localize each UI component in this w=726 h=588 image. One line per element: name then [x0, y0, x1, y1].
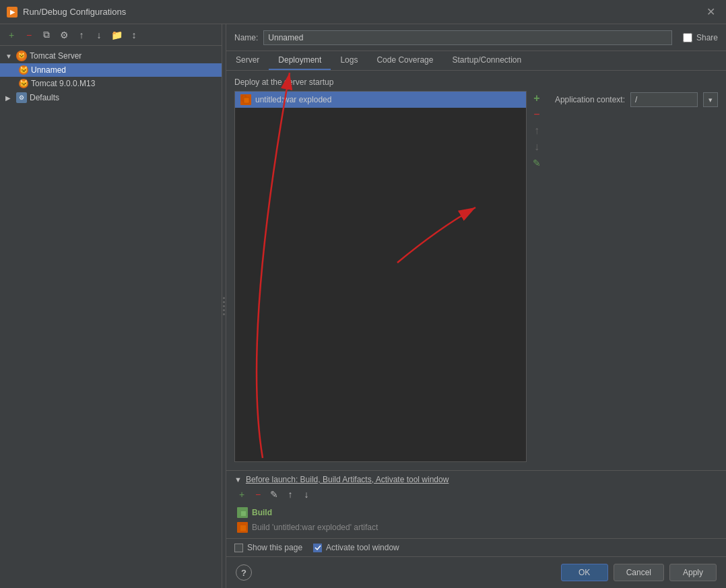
artifact-icon	[237, 522, 248, 533]
resize-dot	[223, 297, 225, 299]
tab-logs[interactable]: Logs	[331, 51, 367, 70]
sidebar-item-unnamed[interactable]: 🐱 Unnamed	[0, 63, 222, 77]
deploy-remove-button[interactable]: −	[529, 107, 544, 122]
deploy-body: untitled:war exploded + − ↑ ↓ ✎	[226, 91, 726, 470]
tomcat-version-icon: 🐱	[19, 79, 28, 88]
activate-tool-window-checkbox[interactable]	[313, 544, 322, 552]
before-launch-item-artifact[interactable]: Build 'untitled:war exploded' artifact	[234, 521, 718, 534]
activate-tool-window-row: Activate tool window	[313, 543, 399, 552]
app-context-row: Application context: ▾	[555, 91, 718, 107]
before-launch-edit[interactable]: ✎	[267, 487, 282, 502]
cancel-button[interactable]: Cancel	[614, 564, 664, 581]
defaults-arrow: ▶	[5, 94, 13, 102]
deploy-list-area: untitled:war exploded	[234, 91, 527, 462]
footer-right: OK Cancel Apply	[561, 564, 717, 581]
deployment-section: Deploy at the server startup	[226, 71, 726, 470]
deploy-side-buttons: + − ↑ ↓ ✎	[527, 91, 544, 462]
apply-button[interactable]: Apply	[669, 564, 717, 581]
war-icon	[240, 94, 251, 105]
svg-rect-1	[244, 98, 249, 103]
dialog-footer: ? OK Cancel Apply	[226, 556, 726, 588]
activate-tool-window-label: Activate tool window	[326, 543, 399, 552]
deploy-up-button[interactable]: ↑	[529, 123, 544, 138]
svg-rect-5	[240, 525, 246, 531]
deploy-item-untitled-war[interactable]: untitled:war exploded	[235, 92, 526, 108]
deploy-edit-button[interactable]: ✎	[529, 156, 544, 170]
title-bar-left: ▶ Run/Debug Configurations	[7, 7, 126, 18]
tab-code-coverage[interactable]: Code Coverage	[367, 51, 442, 70]
app-context-input[interactable]	[630, 92, 698, 107]
show-page-label: Show this page	[247, 543, 302, 552]
remove-config-button[interactable]: −	[22, 28, 36, 42]
svg-rect-3	[241, 511, 246, 516]
resize-dot	[223, 301, 225, 303]
sidebar: + − ⧉ ⚙ ↑ ↓ 📁 ↕ ▼ 🐱 Tomcat Server 🐱 Unna…	[0, 24, 222, 588]
help-button[interactable]: ?	[236, 564, 252, 581]
app-context-label: Application context:	[555, 95, 625, 104]
tabs-bar: Server Deployment Logs Code Coverage Sta…	[226, 51, 726, 71]
sidebar-item-defaults[interactable]: ▶ ⚙ Defaults	[0, 90, 222, 105]
main-content: + − ⧉ ⚙ ↑ ↓ 📁 ↕ ▼ 🐱 Tomcat Server 🐱 Unna…	[0, 24, 726, 588]
build-artifact-label: Build 'untitled:war exploded' artifact	[252, 523, 378, 532]
before-launch-list: Build Build 'untitled:war exploded' arti…	[234, 506, 718, 534]
folder-button[interactable]: 📁	[109, 28, 124, 42]
tab-startup-connection[interactable]: Startup/Connection	[442, 51, 531, 70]
deployment-tab-content: Deploy at the server startup	[226, 71, 726, 556]
sidebar-item-tomcat-server[interactable]: ▼ 🐱 Tomcat Server	[0, 48, 222, 63]
move-down-button[interactable]: ↓	[92, 28, 106, 42]
share-row: Share	[683, 33, 718, 42]
ok-button[interactable]: OK	[561, 564, 608, 581]
resize-dot	[223, 313, 225, 315]
expand-arrow: ▼	[5, 53, 13, 60]
name-row: Name: Share	[226, 24, 726, 51]
name-input[interactable]	[263, 30, 672, 45]
sidebar-toolbar: + − ⧉ ⚙ ↑ ↓ 📁 ↕	[0, 24, 222, 46]
before-launch-item-build[interactable]: Build	[234, 506, 718, 519]
deploy-down-button[interactable]: ↓	[529, 139, 544, 154]
tomcat-icon: 🐱	[16, 51, 27, 61]
deploy-list: untitled:war exploded	[235, 92, 526, 461]
window-title: Run/Debug Configurations	[23, 7, 126, 17]
copy-config-button[interactable]: ⧉	[39, 28, 54, 42]
defaults-icon: ⚙	[16, 92, 27, 103]
tomcat-version-label: Tomcat 9.0.0.M13	[31, 79, 95, 88]
show-page-checkbox[interactable]	[234, 544, 243, 552]
resize-dot	[223, 309, 225, 311]
app-context-panel: Application context: ▾	[544, 91, 718, 462]
tab-deployment[interactable]: Deployment	[269, 51, 331, 70]
show-page-row: Show this page	[234, 543, 302, 552]
title-bar: ▶ Run/Debug Configurations ✕	[0, 0, 726, 24]
name-label: Name:	[234, 33, 258, 42]
deploy-item-label: untitled:war exploded	[255, 95, 331, 104]
unnamed-tomcat-icon: 🐱	[19, 65, 28, 75]
build-icon	[237, 507, 248, 518]
before-launch-add[interactable]: +	[234, 487, 249, 502]
share-checkbox[interactable]	[683, 33, 692, 42]
before-launch-remove[interactable]: −	[251, 487, 265, 502]
sidebar-item-label: Tomcat Server	[30, 51, 81, 61]
build-label: Build	[252, 508, 272, 517]
before-launch-header: ▼ Before launch: Build, Build Artifacts,…	[234, 475, 718, 484]
sidebar-tree: ▼ 🐱 Tomcat Server 🐱 Unnamed 🐱 Tomcat 9.0…	[0, 46, 222, 588]
before-launch-up[interactable]: ↑	[283, 487, 298, 502]
app-icon: ▶	[7, 7, 18, 18]
before-launch-title[interactable]: Before launch: Build, Build Artifacts, A…	[246, 475, 449, 484]
add-config-button[interactable]: +	[4, 28, 19, 42]
app-context-dropdown[interactable]: ▾	[703, 92, 718, 107]
close-button[interactable]: ✕	[702, 4, 719, 20]
deploy-at-startup-label: Deploy at the server startup	[226, 71, 726, 91]
deploy-add-button[interactable]: +	[529, 91, 544, 106]
before-launch-expand[interactable]: ▼	[234, 476, 242, 484]
sort-button[interactable]: ↕	[127, 28, 141, 42]
before-launch-section: ▼ Before launch: Build, Build Artifacts,…	[226, 470, 726, 538]
share-label: Share	[696, 33, 718, 42]
resize-dot	[223, 305, 225, 307]
before-launch-toolbar: + − ✎ ↑ ↓	[234, 487, 718, 502]
right-panel: Name: Share Server Deployment Logs Code …	[226, 24, 726, 588]
tab-server[interactable]: Server	[226, 51, 269, 70]
sidebar-item-tomcat-version[interactable]: 🐱 Tomcat 9.0.0.M13	[0, 77, 222, 90]
settings-button[interactable]: ⚙	[57, 28, 71, 42]
bottom-options: Show this page Activate tool window	[226, 538, 726, 556]
before-launch-down[interactable]: ↓	[299, 487, 314, 502]
move-up-button[interactable]: ↑	[74, 28, 89, 42]
